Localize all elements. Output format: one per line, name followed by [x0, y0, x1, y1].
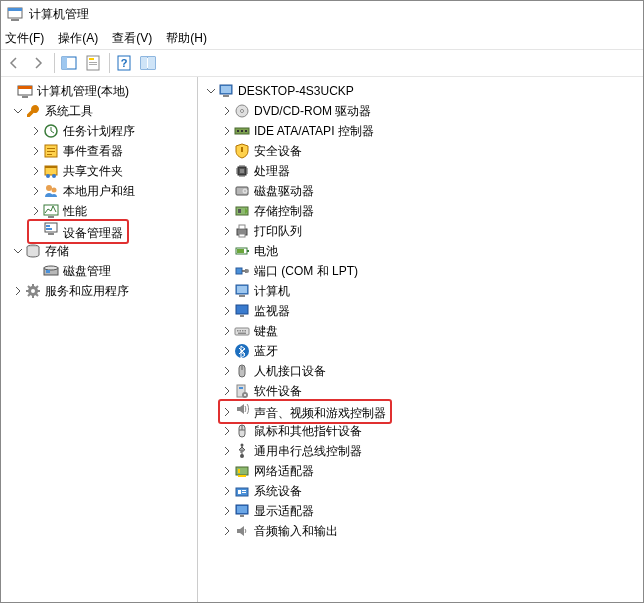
tree-event-viewer[interactable]: 事件查看器	[1, 141, 197, 161]
tree-users-groups[interactable]: 本地用户和组	[1, 181, 197, 201]
properties-button[interactable]	[82, 52, 104, 74]
svg-rect-89	[238, 490, 241, 494]
expand-icon[interactable]	[11, 244, 25, 258]
separator	[54, 53, 55, 73]
tree-root[interactable]: 计算机管理(本地)	[1, 81, 197, 101]
expand-icon[interactable]	[220, 224, 234, 238]
expand-icon[interactable]	[29, 184, 43, 198]
expand-icon[interactable]	[220, 444, 234, 458]
back-button[interactable]	[3, 52, 25, 74]
expand-icon[interactable]	[220, 504, 234, 518]
device-category[interactable]: 处理器	[198, 161, 643, 181]
tree-shared-folders[interactable]: 共享文件夹	[1, 161, 197, 181]
device-category[interactable]: DVD/CD-ROM 驱动器	[198, 101, 643, 121]
svg-rect-87	[238, 475, 246, 477]
device-root-label: DESKTOP-4S3UCKP	[238, 84, 354, 98]
svg-point-36	[44, 266, 58, 270]
expand-icon[interactable]	[220, 144, 234, 158]
device-category[interactable]: 电池	[198, 241, 643, 261]
device-category[interactable]: 蓝牙	[198, 341, 643, 361]
tree-task-scheduler[interactable]: 任务计划程序	[1, 121, 197, 141]
expand-icon[interactable]	[220, 124, 234, 138]
refresh-button[interactable]	[137, 52, 159, 74]
tree-services[interactable]: 服务和应用程序	[1, 281, 197, 301]
expand-icon[interactable]	[204, 84, 218, 98]
expand-icon[interactable]	[29, 124, 43, 138]
disk-management-icon	[43, 263, 59, 279]
expand-icon[interactable]	[220, 164, 234, 178]
device-category[interactable]: 通用串行总线控制器	[198, 441, 643, 461]
expand-icon[interactable]	[220, 304, 234, 318]
expand-icon[interactable]	[220, 324, 234, 338]
expand-icon[interactable]	[29, 144, 43, 158]
device-category[interactable]: 监视器	[198, 301, 643, 321]
device-category[interactable]: 鼠标和其他指针设备	[198, 421, 643, 441]
tree-disk-mgmt[interactable]: 磁盘管理	[1, 261, 197, 281]
hid-icon	[234, 363, 250, 379]
menu-view[interactable]: 查看(V)	[112, 30, 152, 47]
device-category[interactable]: 音频输入和输出	[198, 521, 643, 541]
device-category[interactable]: 人机接口设备	[198, 361, 643, 381]
expand-icon[interactable]	[220, 384, 234, 398]
expand-icon[interactable]	[11, 284, 25, 298]
expand-icon[interactable]	[220, 184, 234, 198]
computer-management-icon	[17, 83, 33, 99]
mouse-icon	[234, 423, 250, 439]
device-category[interactable]: 打印队列	[198, 221, 643, 241]
expand-icon[interactable]	[220, 424, 234, 438]
svg-rect-37	[46, 270, 50, 273]
svg-rect-79	[239, 387, 243, 389]
device-category-label: 打印队列	[254, 223, 302, 240]
menu-help[interactable]: 帮助(H)	[166, 30, 207, 47]
expand-icon[interactable]	[220, 464, 234, 478]
svg-rect-6	[89, 58, 94, 60]
show-hide-tree-button[interactable]	[58, 52, 80, 74]
device-category[interactable]: 显示适配器	[198, 501, 643, 521]
device-category[interactable]: 磁盘驱动器	[198, 181, 643, 201]
help-button[interactable]: ?	[113, 52, 135, 74]
svg-rect-62	[236, 268, 242, 274]
expand-icon[interactable]	[29, 164, 43, 178]
menu-action[interactable]: 操作(A)	[58, 30, 98, 47]
expand-icon[interactable]	[220, 104, 234, 118]
expand-icon[interactable]	[220, 405, 234, 419]
expand-icon[interactable]	[220, 524, 234, 538]
expand-icon[interactable]	[220, 344, 234, 358]
svg-rect-13	[148, 57, 155, 69]
sound-video-game-icon	[234, 401, 250, 417]
ide-controller-icon	[234, 123, 250, 139]
expand-icon[interactable]	[220, 264, 234, 278]
device-category[interactable]: 安全设备	[198, 141, 643, 161]
right-tree-pane[interactable]: DESKTOP-4S3UCKPDVD/CD-ROM 驱动器IDE ATA/ATA…	[198, 77, 643, 602]
expand-icon[interactable]	[220, 364, 234, 378]
device-category[interactable]: 网络适配器	[198, 461, 643, 481]
forward-button[interactable]	[27, 52, 49, 74]
device-category[interactable]: 计算机	[198, 281, 643, 301]
expand-icon[interactable]	[220, 484, 234, 498]
device-category[interactable]: 系统设备	[198, 481, 643, 501]
left-tree-pane[interactable]: 计算机管理(本地)系统工具任务计划程序事件查看器共享文件夹本地用户和组性能设备管…	[1, 77, 198, 602]
device-category-label: 系统设备	[254, 483, 302, 500]
svg-point-81	[244, 394, 246, 396]
device-category[interactable]: 存储控制器	[198, 201, 643, 221]
svg-rect-85	[236, 467, 248, 475]
network-adapter-icon	[234, 463, 250, 479]
device-category[interactable]: 声音、视频和游戏控制器	[198, 401, 643, 421]
tree-device-manager[interactable]: 设备管理器	[1, 221, 197, 241]
device-category-label: IDE ATA/ATAPI 控制器	[254, 123, 374, 140]
tree-system-tools[interactable]: 系统工具	[1, 101, 197, 121]
expand-icon[interactable]	[29, 204, 43, 218]
menu-file[interactable]: 文件(F)	[5, 30, 44, 47]
expand-icon[interactable]	[220, 284, 234, 298]
expand-icon[interactable]	[220, 204, 234, 218]
svg-rect-23	[45, 166, 57, 168]
expand-icon[interactable]	[220, 244, 234, 258]
device-category[interactable]: 端口 (COM 和 LPT)	[198, 261, 643, 281]
svg-rect-71	[240, 330, 242, 332]
expand-icon[interactable]	[11, 104, 25, 118]
tree-storage[interactable]: 存储	[1, 241, 197, 261]
device-root[interactable]: DESKTOP-4S3UCKP	[198, 81, 643, 101]
device-category[interactable]: 键盘	[198, 321, 643, 341]
device-category-label: 磁盘驱动器	[254, 183, 314, 200]
device-category[interactable]: IDE ATA/ATAPI 控制器	[198, 121, 643, 141]
